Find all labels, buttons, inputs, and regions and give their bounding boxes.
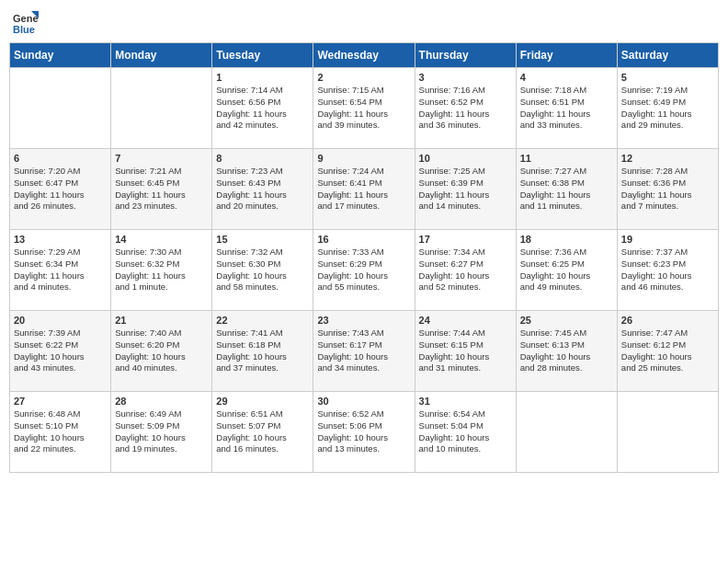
day-number: 15 <box>216 234 309 245</box>
calendar-cell: 14Sunrise: 7:30 AMSunset: 6:32 PMDayligh… <box>111 230 212 311</box>
cell-text: Sunrise: 7:30 AMSunset: 6:32 PMDaylight:… <box>115 247 208 293</box>
day-number: 18 <box>520 234 613 245</box>
cell-text: Sunrise: 7:23 AMSunset: 6:43 PMDaylight:… <box>216 166 309 213</box>
calendar-body: 1Sunrise: 7:14 AMSunset: 6:56 PMDaylight… <box>10 68 719 473</box>
weekday-header-monday: Monday <box>111 43 212 68</box>
calendar-cell: 7Sunrise: 7:21 AMSunset: 6:45 PMDaylight… <box>111 149 212 230</box>
day-number: 25 <box>520 315 613 326</box>
day-number: 1 <box>216 72 309 83</box>
cell-text: Sunrise: 7:33 AMSunset: 6:29 PMDaylight:… <box>317 247 410 293</box>
calendar-cell: 29Sunrise: 6:51 AMSunset: 5:07 PMDayligh… <box>212 392 313 473</box>
weekday-header-tuesday: Tuesday <box>212 43 313 68</box>
day-number: 26 <box>621 315 714 326</box>
day-number: 21 <box>115 315 208 326</box>
day-number: 9 <box>317 153 410 164</box>
calendar-cell: 23Sunrise: 7:43 AMSunset: 6:17 PMDayligh… <box>313 311 415 392</box>
cell-text: Sunrise: 7:44 AMSunset: 6:15 PMDaylight:… <box>419 327 512 374</box>
calendar-cell: 3Sunrise: 7:16 AMSunset: 6:52 PMDaylight… <box>415 68 516 149</box>
cell-text: Sunrise: 7:37 AMSunset: 6:23 PMDaylight:… <box>621 247 714 293</box>
calendar-cell: 5Sunrise: 7:19 AMSunset: 6:49 PMDaylight… <box>617 68 718 149</box>
calendar-cell: 31Sunrise: 6:54 AMSunset: 5:04 PMDayligh… <box>415 392 516 473</box>
calendar-table: SundayMondayTuesdayWednesdayThursdayFrid… <box>9 42 719 473</box>
weekday-header-sunday: Sunday <box>10 43 111 68</box>
calendar-cell: 2Sunrise: 7:15 AMSunset: 6:54 PMDaylight… <box>313 68 415 149</box>
cell-text: Sunrise: 7:34 AMSunset: 6:27 PMDaylight:… <box>419 247 512 293</box>
calendar-cell: 25Sunrise: 7:45 AMSunset: 6:13 PMDayligh… <box>516 311 617 392</box>
cell-text: Sunrise: 7:29 AMSunset: 6:34 PMDaylight:… <box>14 247 107 293</box>
calendar-cell <box>111 68 212 149</box>
day-number: 14 <box>115 234 208 245</box>
cell-text: Sunrise: 7:25 AMSunset: 6:39 PMDaylight:… <box>419 166 512 213</box>
cell-text: Sunrise: 7:19 AMSunset: 6:49 PMDaylight:… <box>621 85 714 132</box>
cell-text: Sunrise: 7:18 AMSunset: 6:51 PMDaylight:… <box>520 85 613 132</box>
calendar-cell: 28Sunrise: 6:49 AMSunset: 5:09 PMDayligh… <box>111 392 212 473</box>
day-number: 28 <box>115 396 208 407</box>
day-number: 29 <box>216 396 309 407</box>
cell-text: Sunrise: 7:40 AMSunset: 6:20 PMDaylight:… <box>115 327 208 374</box>
calendar-cell: 10Sunrise: 7:25 AMSunset: 6:39 PMDayligh… <box>415 149 516 230</box>
calendar-cell: 1Sunrise: 7:14 AMSunset: 6:56 PMDaylight… <box>212 68 313 149</box>
cell-text: Sunrise: 7:24 AMSunset: 6:41 PMDaylight:… <box>317 166 410 213</box>
header: General Blue <box>9 9 719 35</box>
cell-text: Sunrise: 7:16 AMSunset: 6:52 PMDaylight:… <box>419 85 512 132</box>
weekday-header-friday: Friday <box>516 43 617 68</box>
cell-text: Sunrise: 7:28 AMSunset: 6:36 PMDaylight:… <box>621 166 714 213</box>
day-number: 3 <box>419 72 512 83</box>
cell-text: Sunrise: 7:21 AMSunset: 6:45 PMDaylight:… <box>115 166 208 213</box>
day-number: 22 <box>216 315 309 326</box>
day-number: 27 <box>14 396 107 407</box>
calendar-cell: 18Sunrise: 7:36 AMSunset: 6:25 PMDayligh… <box>516 230 617 311</box>
cell-text: Sunrise: 6:48 AMSunset: 5:10 PMDaylight:… <box>14 408 107 455</box>
calendar-cell: 20Sunrise: 7:39 AMSunset: 6:22 PMDayligh… <box>10 311 111 392</box>
day-number: 10 <box>419 153 512 164</box>
weekday-header-saturday: Saturday <box>617 43 718 68</box>
calendar-cell: 21Sunrise: 7:40 AMSunset: 6:20 PMDayligh… <box>111 311 212 392</box>
calendar-week-5: 27Sunrise: 6:48 AMSunset: 5:10 PMDayligh… <box>10 392 719 473</box>
calendar-cell: 16Sunrise: 7:33 AMSunset: 6:29 PMDayligh… <box>313 230 415 311</box>
calendar-cell <box>10 68 111 149</box>
calendar-week-4: 20Sunrise: 7:39 AMSunset: 6:22 PMDayligh… <box>10 311 719 392</box>
day-number: 19 <box>621 234 714 245</box>
calendar-cell: 17Sunrise: 7:34 AMSunset: 6:27 PMDayligh… <box>415 230 516 311</box>
calendar-week-1: 1Sunrise: 7:14 AMSunset: 6:56 PMDaylight… <box>10 68 719 149</box>
day-number: 12 <box>621 153 714 164</box>
day-number: 13 <box>14 234 107 245</box>
svg-text:General: General <box>13 13 39 24</box>
cell-text: Sunrise: 6:51 AMSunset: 5:07 PMDaylight:… <box>216 408 309 455</box>
day-number: 20 <box>14 315 107 326</box>
weekday-header-wednesday: Wednesday <box>313 43 415 68</box>
weekday-header-row: SundayMondayTuesdayWednesdayThursdayFrid… <box>10 43 719 68</box>
cell-text: Sunrise: 7:36 AMSunset: 6:25 PMDaylight:… <box>520 247 613 293</box>
day-number: 11 <box>520 153 613 164</box>
cell-text: Sunrise: 7:43 AMSunset: 6:17 PMDaylight:… <box>317 327 410 374</box>
calendar-cell: 4Sunrise: 7:18 AMSunset: 6:51 PMDaylight… <box>516 68 617 149</box>
cell-text: Sunrise: 7:20 AMSunset: 6:47 PMDaylight:… <box>14 166 107 213</box>
calendar-cell: 13Sunrise: 7:29 AMSunset: 6:34 PMDayligh… <box>10 230 111 311</box>
cell-text: Sunrise: 7:27 AMSunset: 6:38 PMDaylight:… <box>520 166 613 213</box>
cell-text: Sunrise: 7:39 AMSunset: 6:22 PMDaylight:… <box>14 327 107 374</box>
calendar-cell: 9Sunrise: 7:24 AMSunset: 6:41 PMDaylight… <box>313 149 415 230</box>
cell-text: Sunrise: 7:45 AMSunset: 6:13 PMDaylight:… <box>520 327 613 374</box>
day-number: 6 <box>14 153 107 164</box>
calendar-cell: 8Sunrise: 7:23 AMSunset: 6:43 PMDaylight… <box>212 149 313 230</box>
day-number: 31 <box>419 396 512 407</box>
day-number: 23 <box>317 315 410 326</box>
day-number: 30 <box>317 396 410 407</box>
calendar-cell: 27Sunrise: 6:48 AMSunset: 5:10 PMDayligh… <box>10 392 111 473</box>
calendar-cell: 12Sunrise: 7:28 AMSunset: 6:36 PMDayligh… <box>617 149 718 230</box>
calendar-cell: 15Sunrise: 7:32 AMSunset: 6:30 PMDayligh… <box>212 230 313 311</box>
logo-icon: General Blue <box>13 9 39 35</box>
cell-text: Sunrise: 6:49 AMSunset: 5:09 PMDaylight:… <box>115 408 208 455</box>
day-number: 24 <box>419 315 512 326</box>
day-number: 8 <box>216 153 309 164</box>
logo: General Blue <box>13 9 42 35</box>
calendar-cell <box>617 392 718 473</box>
day-number: 2 <box>317 72 410 83</box>
svg-text:Blue: Blue <box>13 24 35 35</box>
cell-text: Sunrise: 7:47 AMSunset: 6:12 PMDaylight:… <box>621 327 714 374</box>
cell-text: Sunrise: 6:52 AMSunset: 5:06 PMDaylight:… <box>317 408 410 455</box>
calendar-cell: 24Sunrise: 7:44 AMSunset: 6:15 PMDayligh… <box>415 311 516 392</box>
calendar-cell <box>516 392 617 473</box>
calendar-cell: 30Sunrise: 6:52 AMSunset: 5:06 PMDayligh… <box>313 392 415 473</box>
calendar-cell: 19Sunrise: 7:37 AMSunset: 6:23 PMDayligh… <box>617 230 718 311</box>
